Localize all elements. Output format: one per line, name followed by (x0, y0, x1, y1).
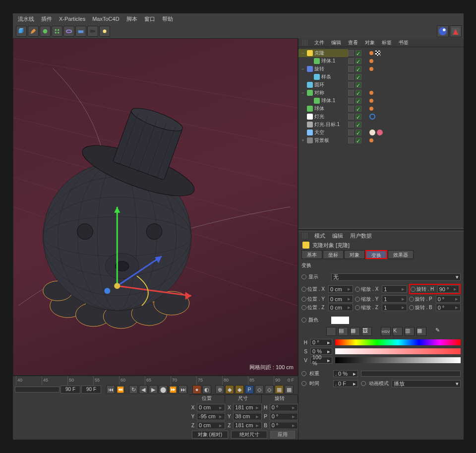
goto-end-icon[interactable]: ⏭ (178, 385, 187, 394)
render-picture-icon[interactable] (450, 25, 462, 37)
tree-item[interactable]: 球体.1 (298, 57, 348, 65)
hue-slider[interactable] (335, 339, 461, 345)
key-pla-icon[interactable]: ◇ (255, 385, 264, 394)
material-dot-icon[interactable] (369, 99, 373, 103)
key-6-icon[interactable]: ▦ (285, 385, 294, 394)
bullet-icon[interactable] (409, 297, 414, 302)
layer-tag-icon[interactable] (348, 74, 354, 80)
attr-tab-0[interactable]: 基本 (301, 250, 322, 259)
material-dot-icon[interactable] (369, 67, 373, 71)
play-back-icon[interactable]: ◀ (139, 385, 148, 394)
check-tag-icon[interactable]: ✓ (356, 106, 361, 112)
attr-weight-field[interactable]: . 0 %▸ (333, 370, 358, 377)
attr-tab-1[interactable]: 坐标 (323, 250, 344, 259)
tool-array-icon[interactable] (52, 26, 62, 37)
tree-item[interactable]: 球体 (298, 105, 348, 113)
attr-param-field[interactable]: 1▸ (382, 295, 407, 303)
tool-nurbs-icon[interactable] (40, 26, 51, 37)
attr-tab-2[interactable]: 对象 (344, 250, 365, 259)
coord-pos-field[interactable]: -95 cm▸ (197, 413, 225, 420)
attrmenu-userdata[interactable]: 用户数据 (350, 232, 372, 240)
bullet-icon[interactable] (411, 287, 416, 292)
bullet-icon[interactable] (301, 287, 306, 292)
layer-tag-icon[interactable] (348, 122, 354, 128)
hsv-v-field[interactable]: 100 %▸ (310, 357, 332, 364)
texture-mode-2-icon[interactable]: ▤ (338, 327, 348, 336)
coord-pos-field[interactable]: 0 cm▸ (197, 404, 225, 411)
attr-tab-4[interactable]: 效果器 (388, 250, 414, 259)
tree-expander-icon[interactable]: − (300, 51, 305, 56)
tree-item[interactable]: + 背景板 (298, 136, 348, 144)
check-tag-icon[interactable]: ✓ (356, 122, 361, 128)
material-icon[interactable] (369, 129, 375, 135)
tool-pen-icon[interactable] (28, 26, 39, 37)
record-icon[interactable]: ● (192, 385, 201, 394)
tool-deformer-icon[interactable] (63, 26, 74, 37)
tree-item[interactable]: 样条 (298, 73, 348, 81)
attr-param-field[interactable]: 0 °▸ (436, 295, 461, 303)
menu-window[interactable]: 窗口 (144, 15, 155, 23)
key-scale-icon[interactable]: ◆ (225, 385, 234, 394)
main-menubar[interactable]: 流水线 插件 X-Particles MaxToC4D 脚本 窗口 帮助 (13, 13, 464, 24)
bullet-icon[interactable] (301, 371, 306, 376)
check-tag-icon[interactable]: ✓ (356, 129, 361, 135)
autokey-icon[interactable]: ◐ (202, 385, 211, 394)
bullet-icon[interactable] (361, 381, 366, 386)
hsv-toggle-icon[interactable]: HSV (381, 327, 391, 336)
val-slider[interactable] (335, 357, 461, 363)
coord-size-mode-dropdown[interactable]: 绝对尺寸 (231, 431, 267, 439)
bullet-icon[interactable] (301, 297, 306, 302)
coord-size-field[interactable]: 181 cm▸ (233, 422, 261, 429)
check-tag-icon[interactable]: ✓ (356, 58, 361, 64)
sat-slider[interactable] (335, 348, 461, 354)
attr-time-field[interactable]: . 0 F▸ (333, 380, 358, 387)
goto-next-key-icon[interactable]: ⏩ (169, 385, 178, 394)
layer-tag-icon[interactable] (348, 129, 354, 135)
timeline-ruler[interactable]: 40455055606570758085900 F (13, 376, 298, 385)
layer-tag-icon[interactable] (348, 90, 354, 96)
tool-cube-icon[interactable] (16, 26, 27, 37)
tree-item[interactable]: 球体.1 (298, 97, 348, 105)
attr-display-dropdown[interactable]: 无▾ (331, 273, 461, 281)
tree-item[interactable]: − 对称 (298, 89, 348, 97)
tool-floor-icon[interactable] (75, 26, 86, 37)
tree-expander-icon[interactable]: − (300, 90, 305, 95)
material-dot-icon[interactable] (369, 91, 373, 95)
check-tag-icon[interactable]: ✓ (356, 74, 361, 80)
render-view-icon[interactable] (437, 25, 449, 37)
tree-expander-icon[interactable]: + (300, 138, 305, 143)
menu-script[interactable]: 脚本 (126, 15, 137, 23)
texture-mode-4-icon[interactable]: 🖼 (362, 327, 372, 336)
tree-item[interactable]: 灯光.目标.1 (298, 121, 348, 129)
tree-item[interactable]: 灯光 (298, 113, 348, 121)
layer-tag-icon[interactable] (348, 50, 354, 56)
kelvin-icon[interactable]: K (393, 327, 403, 336)
loop-icon[interactable]: ↻ (129, 385, 138, 394)
check-tag-icon[interactable]: ✓ (356, 90, 361, 96)
bullet-icon[interactable] (409, 305, 414, 310)
coord-rot-field[interactable]: 0 °▸ (270, 422, 298, 429)
attr-param-field[interactable]: 0 cm▸ (328, 295, 353, 303)
hsv-h-field[interactable]: 0 °▸ (310, 339, 332, 346)
coord-size-field[interactable]: 38 cm▸ (233, 413, 261, 420)
objmenu-tags[interactable]: 标签 (382, 39, 392, 46)
objmenu-bookmark[interactable]: 书签 (399, 39, 409, 46)
coord-rot-field[interactable]: 0 °▸ (270, 413, 298, 420)
goto-prev-key-icon[interactable]: ⏪ (116, 385, 125, 394)
material-dot-icon[interactable] (369, 59, 373, 63)
target-tag-icon[interactable] (369, 114, 375, 120)
eyedropper-icon[interactable]: ✎ (435, 327, 445, 336)
key-pos-icon[interactable]: ⊕ (215, 385, 224, 394)
key-param-icon[interactable]: P (245, 385, 254, 394)
menu-pipeline[interactable]: 流水线 (18, 15, 34, 23)
material-dot-icon[interactable] (369, 51, 373, 55)
tool-camera-icon[interactable] (87, 26, 98, 37)
menu-xparticles[interactable]: X-Particles (59, 16, 85, 22)
key-4-icon[interactable]: ◇ (265, 385, 274, 394)
texture-mode-1-icon[interactable] (326, 327, 336, 336)
objmenu-view[interactable]: 查看 (348, 39, 358, 46)
coord-pos-field[interactable]: 0 cm▸ (197, 422, 225, 429)
layer-tag-icon[interactable] (348, 82, 354, 88)
objmenu-file[interactable]: 文件 (314, 39, 324, 46)
attribute-manager-menubar[interactable]: 模式 编辑 用户数据 (298, 231, 464, 240)
